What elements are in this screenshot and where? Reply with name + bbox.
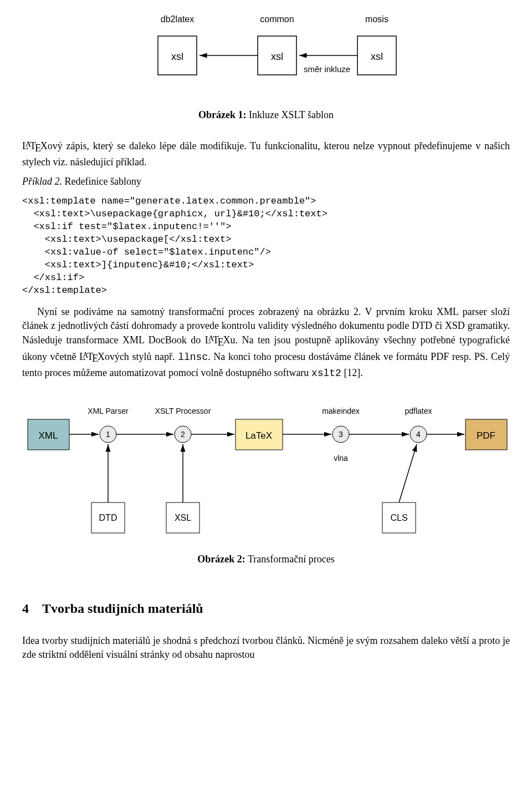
fig2-box-cls: CLS — [390, 513, 407, 522]
figure-1-caption-bold: Obrázek 1: — [198, 109, 246, 120]
example-heading: Příklad 2. Redefinice šablony — [22, 175, 510, 189]
figure-1-svg: db2latex common mosis xsl xsl xsl směr i… — [111, 11, 421, 100]
fig2-box-dtd: DTD — [99, 513, 117, 522]
fig2-node-4: 4 — [416, 430, 421, 439]
paragraph-1-text: ový zápis, který se daleko lépe dále mod… — [22, 140, 510, 167]
fig2-node-2: 2 — [181, 430, 185, 439]
latex-logo: LATEX — [79, 351, 105, 362]
latex-logo: LATEX — [205, 334, 231, 346]
fig2-box-pdf: PDF — [477, 430, 495, 441]
fig2-label-xmlparser: XML Parser — [88, 407, 129, 415]
fig2-label-xsltproc: XSLT Processor — [155, 407, 211, 415]
example-title: Redefinice šablony — [62, 176, 141, 187]
fig1-box3-text: xsl — [371, 51, 383, 62]
paragraph-1: LATEXový zápis, který se daleko lépe dál… — [22, 139, 510, 169]
code-block: <xsl:template name="generate.latex.commo… — [22, 195, 510, 297]
para2-c: ových stylů např. — [105, 351, 178, 362]
section-number: 4 — [22, 601, 29, 616]
para2-e: [12]. — [341, 367, 363, 378]
latex-logo: LATEX — [22, 140, 48, 151]
fig2-box-xml: XML — [39, 430, 58, 441]
fig1-box2-text: xsl — [271, 51, 283, 62]
figure-1-caption: Obrázek 1: Inkluze XSLT šablon — [22, 108, 510, 122]
fig2-node-3: 3 — [339, 430, 343, 439]
fig1-label-db2latex: db2latex — [161, 14, 195, 24]
figure-2-caption: Obrázek 2: Transformační proces — [22, 552, 510, 566]
fig2-node-1: 1 — [106, 430, 110, 439]
fig1-label-mosis: mosis — [365, 14, 388, 24]
figure-2-caption-text: Transformační proces — [245, 554, 335, 565]
fig2-box-xsl: XSL — [175, 513, 191, 522]
fig2-label-pdflatex: pdflatex — [405, 407, 432, 415]
fig2-label-vlna: vlna — [334, 454, 348, 463]
figure-2-caption-bold: Obrázek 2: — [197, 554, 245, 565]
paragraph-3: Idea tvorby studijních materiálů je shod… — [22, 634, 510, 662]
figure-1-caption-text: Inkluze XSLT šablon — [246, 109, 334, 120]
fig2-label-makeindex: makeindex — [322, 407, 360, 415]
example-label: Příklad 2. — [22, 176, 62, 187]
figure-2-svg: XML Parser XSLT Processor makeindex pdfl… — [22, 400, 510, 544]
fig1-arrow-label: směr inkluze — [304, 64, 350, 74]
figure-2: XML Parser XSLT Processor makeindex pdfl… — [22, 400, 510, 566]
figure-1: db2latex common mosis xsl xsl xsl směr i… — [22, 11, 510, 122]
paragraph-2: Nyní se podíváme na samotný transformačn… — [22, 305, 510, 380]
fig1-box1-text: xsl — [171, 51, 183, 62]
section-heading: 4Tvorba studijních materiálů — [22, 600, 510, 618]
section-title: Tvorba studijních materiálů — [42, 601, 203, 616]
para2-tt1: llnsc — [178, 352, 208, 363]
fig2-box-latex: LaTeX — [245, 430, 272, 441]
fig1-label-common: common — [260, 14, 294, 24]
para2-tt2: xslt2 — [311, 368, 341, 379]
svg-line-23 — [399, 444, 417, 502]
